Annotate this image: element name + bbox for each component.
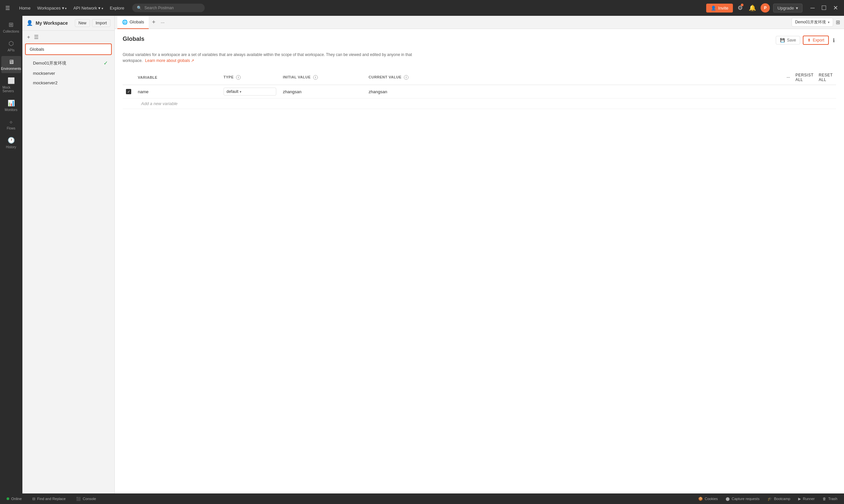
close-button[interactable]: ✕ — [831, 4, 840, 12]
bootcamp-icon: 🎓 — [768, 497, 772, 501]
sidebar-item-label: Environments — [1, 67, 21, 71]
sidebar-item-label: Mock Servers — [3, 86, 20, 93]
export-icon: ⬆ — [807, 38, 811, 42]
sidebar-item-flows[interactable]: ⬦ Flows — [1, 115, 21, 133]
minimize-button[interactable]: ─ — [808, 4, 816, 12]
row-variable-cell[interactable]: name — [135, 85, 220, 98]
apis-icon: ⬡ — [8, 40, 14, 47]
panel-layout-button[interactable]: ⊞ — [834, 18, 841, 27]
import-button[interactable]: Import — [92, 19, 110, 27]
capture-button[interactable]: ⬤ Capture requests — [723, 496, 762, 502]
panel-header-actions: 💾 Save ⬆ Export ℹ — [776, 36, 836, 45]
sidebar-item-monitors[interactable]: 📊 Monitors — [1, 97, 21, 114]
table-row: ✓ name default ▾ — [123, 85, 836, 98]
type-info-icon[interactable]: i — [236, 75, 241, 80]
more-options-icon[interactable]: ··· — [787, 75, 790, 79]
sidebar-item-mock-servers[interactable]: ⬜ Mock Servers — [1, 74, 21, 95]
new-button[interactable]: New — [75, 19, 90, 27]
tab-globals[interactable]: 🌐 Globals — [117, 16, 149, 29]
mock-servers-icon: ⬜ — [7, 77, 15, 84]
search-bar[interactable]: 🔍 Search Postman — [132, 4, 205, 12]
reset-all-button[interactable]: Reset All — [819, 73, 833, 82]
row-checkbox-cell[interactable]: ✓ — [123, 85, 135, 98]
variables-table: VARIABLE TYPE i INITIAL VALUE i CURRENT … — [123, 70, 836, 109]
col-header-actions: ··· Persist All Reset All — [783, 70, 836, 85]
list-item[interactable]: mockserver2 — [25, 78, 112, 88]
search-placeholder: Search Postman — [144, 5, 174, 10]
find-replace-icon: ⊟ — [32, 497, 35, 501]
sidebar-item-environments[interactable]: 🖥 Environments — [1, 56, 21, 73]
save-button[interactable]: 💾 Save — [776, 36, 800, 44]
sidebar-item-label: Collections — [3, 30, 19, 33]
row-initial-cell[interactable]: zhangsan — [279, 85, 365, 98]
add-variable-cell[interactable]: Add a new variable — [135, 98, 836, 109]
learn-more-link[interactable]: Learn more about globals ↗ — [145, 58, 194, 63]
list-item[interactable]: Demo01开发环境 ✓ — [25, 58, 112, 69]
environment-selector[interactable]: Demo01开发环境 ▾ — [792, 18, 833, 27]
collections-icon: ⊞ — [8, 21, 14, 28]
globals-label: Globals — [30, 47, 44, 52]
trash-button[interactable]: 🗑 Trash — [820, 496, 840, 502]
console-button[interactable]: ⬛ Console — [73, 496, 99, 502]
info-button[interactable]: ℹ — [831, 36, 836, 45]
initial-info-icon[interactable]: i — [313, 75, 318, 80]
globals-tab-icon: 🌐 — [122, 19, 127, 25]
row-actions-cell — [783, 85, 836, 98]
nav-explore[interactable]: Explore — [107, 4, 127, 12]
hamburger-icon[interactable]: ☰ — [4, 4, 11, 13]
list-item[interactable]: mockserver — [25, 69, 112, 78]
col-header-current: CURRENT VALUE i — [365, 70, 783, 85]
type-dropdown-icon: ▾ — [240, 90, 241, 93]
left-panel: 👤 My Workspace New Import + ☰ Globals De… — [22, 16, 115, 493]
online-dot — [6, 498, 9, 500]
invite-button[interactable]: 👤 Invite — [706, 4, 733, 13]
nav-home[interactable]: Home — [16, 4, 33, 12]
workspace-icon: 👤 — [27, 20, 33, 26]
active-check-icon: ✓ — [104, 60, 108, 66]
row-current-cell[interactable]: zhangsan — [365, 85, 783, 98]
sidebar-item-label: History — [6, 145, 16, 149]
bootcamp-button[interactable]: 🎓 Bootcamp — [765, 496, 793, 502]
env-name: mockserver — [33, 71, 55, 76]
nav-api-network[interactable]: API Network ▾ — [71, 4, 106, 12]
row-type-cell[interactable]: default ▾ — [220, 85, 279, 98]
settings-wrapper: ⚙ — [736, 3, 744, 13]
flows-icon: ⬦ — [9, 118, 13, 125]
status-bar-right: 🍪 Cookies ⬤ Capture requests 🎓 Bootcamp … — [696, 496, 840, 502]
more-tabs-button[interactable]: ··· — [159, 20, 167, 25]
main-layout: ⊞ Collections ⬡ APIs 🖥 Environments ⬜ Mo… — [0, 16, 844, 493]
current-info-icon[interactable]: i — [404, 75, 409, 80]
maximize-button[interactable]: ☐ — [819, 4, 828, 12]
runner-button[interactable]: ▶ Runner — [795, 496, 817, 502]
sidebar-item-collections[interactable]: ⊞ Collections — [1, 18, 21, 36]
nav-workspaces[interactable]: Workspaces ▾ — [35, 4, 70, 12]
search-icon: 🔍 — [137, 5, 142, 10]
checkbox[interactable]: ✓ — [126, 89, 131, 94]
notifications-button[interactable]: 🔔 — [747, 3, 757, 13]
tab-bar: 🌐 Globals + ··· Demo01开发环境 ▾ ⊞ — [115, 16, 844, 29]
env-selector-label: Demo01开发环境 — [795, 19, 826, 25]
window-controls: ─ ☐ ✕ — [808, 4, 840, 12]
add-environment-button[interactable]: + — [27, 34, 31, 41]
online-status[interactable]: Online — [4, 496, 24, 502]
environments-icon: 🖥 — [8, 59, 14, 66]
monitors-icon: 📊 — [7, 100, 15, 107]
cookies-button[interactable]: 🍪 Cookies — [696, 496, 721, 502]
env-name: mockserver2 — [33, 80, 57, 85]
persist-all-button[interactable]: Persist All — [795, 73, 814, 82]
cookies-icon: 🍪 — [698, 497, 703, 501]
sidebar-item-apis[interactable]: ⬡ APIs — [1, 37, 21, 55]
avatar[interactable]: P — [761, 3, 770, 13]
history-icon: 🕐 — [7, 137, 15, 144]
globals-item[interactable]: Globals — [25, 43, 112, 55]
sidebar-item-history[interactable]: 🕐 History — [1, 134, 21, 151]
type-selector[interactable]: default ▾ — [224, 88, 276, 95]
export-button[interactable]: ⬆ Export — [803, 36, 829, 45]
upgrade-button[interactable]: Upgrade ▾ — [773, 4, 803, 13]
sidebar-item-label: Flows — [6, 126, 15, 130]
trash-icon: 🗑 — [823, 497, 826, 501]
new-tab-button[interactable]: + — [150, 19, 158, 26]
capture-icon: ⬤ — [726, 497, 729, 501]
find-replace-button[interactable]: ⊟ Find and Replace — [30, 496, 68, 502]
filter-button[interactable]: ☰ — [33, 33, 39, 41]
